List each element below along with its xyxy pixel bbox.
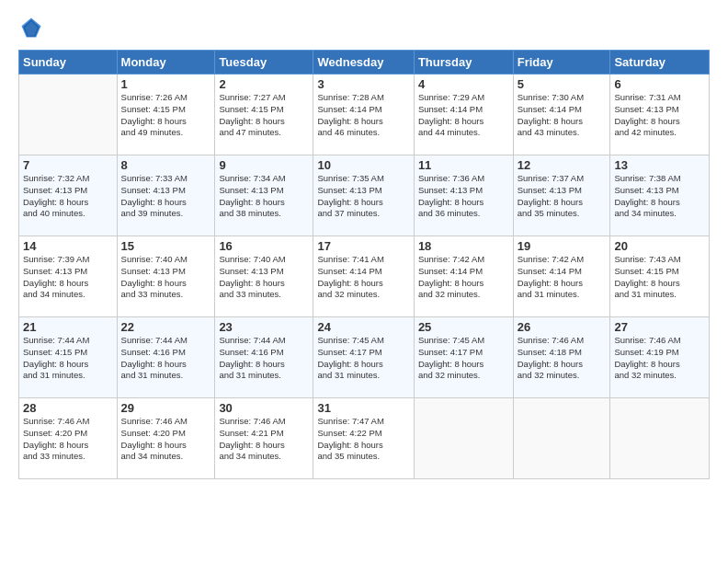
calendar-header-saturday: Saturday <box>610 51 710 75</box>
day-info: Sunrise: 7:42 AM Sunset: 4:14 PM Dayligh… <box>518 254 607 301</box>
day-info: Sunrise: 7:33 AM Sunset: 4:13 PM Dayligh… <box>121 173 211 220</box>
calendar-cell <box>513 398 610 479</box>
calendar-cell: 18Sunrise: 7:42 AM Sunset: 4:14 PM Dayli… <box>414 236 513 317</box>
day-number: 12 <box>518 158 607 172</box>
day-number: 13 <box>614 158 705 172</box>
day-number: 26 <box>518 320 607 334</box>
day-number: 20 <box>614 239 705 253</box>
day-number: 14 <box>23 239 113 253</box>
day-number: 6 <box>614 77 705 91</box>
day-number: 21 <box>23 320 113 334</box>
day-number: 22 <box>121 320 211 334</box>
calendar-cell: 14Sunrise: 7:39 AM Sunset: 4:13 PM Dayli… <box>19 236 118 317</box>
logo-icon <box>18 15 44 40</box>
day-info: Sunrise: 7:44 AM Sunset: 4:16 PM Dayligh… <box>219 335 309 382</box>
calendar-cell: 5Sunrise: 7:30 AM Sunset: 4:14 PM Daylig… <box>513 75 610 155</box>
calendar-header-row: SundayMondayTuesdayWednesdayThursdayFrid… <box>19 51 710 75</box>
day-info: Sunrise: 7:36 AM Sunset: 4:13 PM Dayligh… <box>418 173 509 220</box>
day-info: Sunrise: 7:46 AM Sunset: 4:20 PM Dayligh… <box>121 416 211 463</box>
calendar-week-2: 7Sunrise: 7:32 AM Sunset: 4:13 PM Daylig… <box>19 155 710 236</box>
day-number: 28 <box>23 401 113 415</box>
calendar-cell: 8Sunrise: 7:33 AM Sunset: 4:13 PM Daylig… <box>117 155 215 236</box>
calendar-cell: 26Sunrise: 7:46 AM Sunset: 4:18 PM Dayli… <box>513 317 610 398</box>
calendar-cell: 1Sunrise: 7:26 AM Sunset: 4:15 PM Daylig… <box>117 75 215 155</box>
calendar-header-wednesday: Wednesday <box>313 51 414 75</box>
calendar-cell: 4Sunrise: 7:29 AM Sunset: 4:14 PM Daylig… <box>414 75 513 155</box>
calendar-cell: 3Sunrise: 7:28 AM Sunset: 4:14 PM Daylig… <box>313 75 414 155</box>
calendar-cell: 23Sunrise: 7:44 AM Sunset: 4:16 PM Dayli… <box>215 317 313 398</box>
day-info: Sunrise: 7:44 AM Sunset: 4:16 PM Dayligh… <box>121 335 211 382</box>
day-number: 29 <box>121 401 211 415</box>
logo <box>18 15 48 40</box>
calendar-cell <box>19 75 118 155</box>
calendar-cell: 22Sunrise: 7:44 AM Sunset: 4:16 PM Dayli… <box>117 317 215 398</box>
calendar-cell: 28Sunrise: 7:46 AM Sunset: 4:20 PM Dayli… <box>19 398 118 479</box>
day-info: Sunrise: 7:30 AM Sunset: 4:14 PM Dayligh… <box>518 92 607 139</box>
calendar-cell <box>610 398 710 479</box>
day-info: Sunrise: 7:44 AM Sunset: 4:15 PM Dayligh… <box>23 335 113 382</box>
calendar-cell: 25Sunrise: 7:45 AM Sunset: 4:17 PM Dayli… <box>414 317 513 398</box>
day-number: 31 <box>317 401 409 415</box>
day-number: 2 <box>219 77 309 91</box>
day-number: 7 <box>23 158 113 172</box>
calendar-cell: 30Sunrise: 7:46 AM Sunset: 4:21 PM Dayli… <box>215 398 313 479</box>
day-info: Sunrise: 7:46 AM Sunset: 4:18 PM Dayligh… <box>518 335 607 382</box>
calendar-week-3: 14Sunrise: 7:39 AM Sunset: 4:13 PM Dayli… <box>19 236 710 317</box>
day-info: Sunrise: 7:32 AM Sunset: 4:13 PM Dayligh… <box>23 173 113 220</box>
calendar-cell: 21Sunrise: 7:44 AM Sunset: 4:15 PM Dayli… <box>19 317 118 398</box>
day-info: Sunrise: 7:43 AM Sunset: 4:15 PM Dayligh… <box>614 254 705 301</box>
calendar-cell: 2Sunrise: 7:27 AM Sunset: 4:15 PM Daylig… <box>215 75 313 155</box>
calendar-header-friday: Friday <box>513 51 610 75</box>
day-info: Sunrise: 7:34 AM Sunset: 4:13 PM Dayligh… <box>219 173 309 220</box>
day-info: Sunrise: 7:46 AM Sunset: 4:20 PM Dayligh… <box>23 416 113 463</box>
day-number: 16 <box>219 239 309 253</box>
day-info: Sunrise: 7:37 AM Sunset: 4:13 PM Dayligh… <box>518 173 607 220</box>
calendar-cell: 12Sunrise: 7:37 AM Sunset: 4:13 PM Dayli… <box>513 155 610 236</box>
calendar-cell: 27Sunrise: 7:46 AM Sunset: 4:19 PM Dayli… <box>610 317 710 398</box>
calendar-cell: 7Sunrise: 7:32 AM Sunset: 4:13 PM Daylig… <box>19 155 118 236</box>
day-number: 1 <box>121 77 211 91</box>
calendar-cell: 6Sunrise: 7:31 AM Sunset: 4:13 PM Daylig… <box>610 75 710 155</box>
calendar-week-1: 1Sunrise: 7:26 AM Sunset: 4:15 PM Daylig… <box>19 75 710 155</box>
calendar-cell: 24Sunrise: 7:45 AM Sunset: 4:17 PM Dayli… <box>313 317 414 398</box>
day-number: 23 <box>219 320 309 334</box>
calendar-week-4: 21Sunrise: 7:44 AM Sunset: 4:15 PM Dayli… <box>19 317 710 398</box>
calendar-cell: 11Sunrise: 7:36 AM Sunset: 4:13 PM Dayli… <box>414 155 513 236</box>
day-info: Sunrise: 7:46 AM Sunset: 4:19 PM Dayligh… <box>614 335 705 382</box>
calendar-header-monday: Monday <box>117 51 215 75</box>
day-number: 10 <box>317 158 409 172</box>
calendar-cell: 16Sunrise: 7:40 AM Sunset: 4:13 PM Dayli… <box>215 236 313 317</box>
calendar-cell: 15Sunrise: 7:40 AM Sunset: 4:13 PM Dayli… <box>117 236 215 317</box>
calendar-cell: 9Sunrise: 7:34 AM Sunset: 4:13 PM Daylig… <box>215 155 313 236</box>
header <box>18 15 710 40</box>
day-info: Sunrise: 7:47 AM Sunset: 4:22 PM Dayligh… <box>317 416 409 463</box>
day-number: 8 <box>121 158 211 172</box>
calendar: SundayMondayTuesdayWednesdayThursdayFrid… <box>18 50 710 479</box>
day-info: Sunrise: 7:31 AM Sunset: 4:13 PM Dayligh… <box>614 92 705 139</box>
calendar-header-sunday: Sunday <box>19 51 118 75</box>
calendar-week-5: 28Sunrise: 7:46 AM Sunset: 4:20 PM Dayli… <box>19 398 710 479</box>
day-info: Sunrise: 7:27 AM Sunset: 4:15 PM Dayligh… <box>219 92 309 139</box>
day-info: Sunrise: 7:40 AM Sunset: 4:13 PM Dayligh… <box>121 254 211 301</box>
day-number: 18 <box>418 239 509 253</box>
day-number: 30 <box>219 401 309 415</box>
day-info: Sunrise: 7:41 AM Sunset: 4:14 PM Dayligh… <box>317 254 409 301</box>
day-number: 27 <box>614 320 705 334</box>
day-number: 11 <box>418 158 509 172</box>
day-info: Sunrise: 7:46 AM Sunset: 4:21 PM Dayligh… <box>219 416 309 463</box>
day-number: 15 <box>121 239 211 253</box>
calendar-cell: 29Sunrise: 7:46 AM Sunset: 4:20 PM Dayli… <box>117 398 215 479</box>
day-info: Sunrise: 7:38 AM Sunset: 4:13 PM Dayligh… <box>614 173 705 220</box>
day-number: 4 <box>418 77 509 91</box>
day-number: 19 <box>518 239 607 253</box>
day-number: 5 <box>518 77 607 91</box>
day-number: 3 <box>317 77 409 91</box>
calendar-cell: 20Sunrise: 7:43 AM Sunset: 4:15 PM Dayli… <box>610 236 710 317</box>
calendar-cell: 13Sunrise: 7:38 AM Sunset: 4:13 PM Dayli… <box>610 155 710 236</box>
day-info: Sunrise: 7:42 AM Sunset: 4:14 PM Dayligh… <box>418 254 509 301</box>
day-info: Sunrise: 7:35 AM Sunset: 4:13 PM Dayligh… <box>317 173 409 220</box>
day-number: 24 <box>317 320 409 334</box>
day-number: 17 <box>317 239 409 253</box>
day-number: 25 <box>418 320 509 334</box>
calendar-header-tuesday: Tuesday <box>215 51 313 75</box>
